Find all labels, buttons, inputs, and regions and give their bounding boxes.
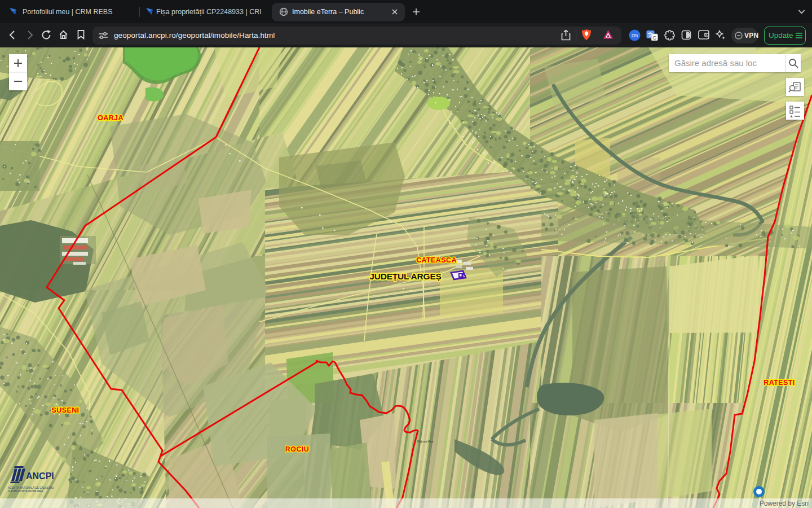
svg-text:CATEASCA: CATEASCA	[416, 256, 457, 264]
svg-text:JUDEȚUL ARGEȘ: JUDEȚUL ARGEȘ	[369, 271, 441, 281]
svg-text:Pădurea Mare: Pădurea Mare	[417, 440, 434, 443]
svg-text:ȘI PUBLICITATE IMOBILIARĂ: ȘI PUBLICITATE IMOBILIARĂ	[8, 489, 43, 493]
svg-text:SUSENI: SUSENI	[52, 406, 80, 414]
svg-text:OARJA: OARJA	[98, 114, 123, 122]
svg-text:G: G	[652, 35, 656, 41]
svg-text:RATESTI: RATESTI	[764, 379, 795, 387]
svg-text:zm: zm	[632, 33, 638, 38]
svg-text:AGENȚIA NAȚIONALĂ DE CADASTRU: AGENȚIA NAȚIONALĂ DE CADASTRU	[8, 486, 54, 489]
svg-text:Powered by Esri: Powered by Esri	[760, 500, 809, 507]
svg-text:ANCPI: ANCPI	[26, 471, 54, 481]
svg-text:ROCIU: ROCIU	[285, 445, 309, 453]
